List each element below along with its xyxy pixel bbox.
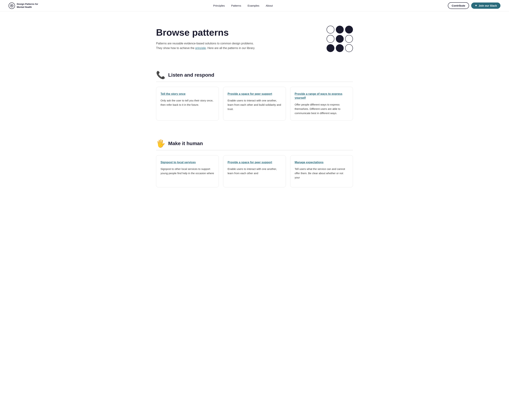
contribute-button[interactable]: Contribute: [448, 2, 469, 9]
dot-filled: [336, 44, 344, 52]
card-item: Tell the story onceOnly ask the user to …: [156, 87, 219, 120]
navbar-actions: Contribute ✦ Join our Slack: [448, 2, 501, 9]
dot-grid: [327, 26, 353, 52]
slack-label: Join our Slack: [479, 4, 497, 7]
card-item: Provide a space for peer supportEnable u…: [223, 155, 286, 187]
card-title[interactable]: Provide a range of ways to express yours…: [295, 92, 349, 100]
brand-logo-link[interactable]: Design Patterns forMental Health: [8, 2, 38, 9]
telephone-icon: 📞: [156, 71, 165, 79]
dot-filled: [327, 44, 334, 52]
card-item: Signpost to local servicesSignpost to ot…: [156, 155, 219, 187]
card-item: Provide a range of ways to express yours…: [290, 87, 353, 120]
svg-point-1: [11, 5, 12, 6]
dot-empty: [345, 44, 353, 52]
hero-principle-link[interactable]: principle: [195, 46, 206, 50]
section-listen-respond: 📞 Listen and respond Tell the story once…: [147, 63, 362, 131]
card-title[interactable]: Manage expectations: [295, 160, 349, 164]
card-title[interactable]: Signpost to local services: [160, 160, 214, 164]
section-title-listen: Listen and respond: [168, 72, 214, 78]
cards-grid-listen: Tell the story onceOnly ask the user to …: [156, 87, 353, 120]
nav-examples[interactable]: Examples: [248, 4, 259, 7]
card-description: Offer people different ways to express t…: [295, 103, 349, 115]
slack-button[interactable]: ✦ Join our Slack: [471, 2, 501, 9]
dot-empty: [327, 26, 334, 34]
hero-title: Browse patterns: [156, 27, 256, 38]
card-title[interactable]: Provide a space for peer support: [228, 160, 281, 164]
dot-empty: [327, 35, 334, 43]
card-item: Manage expectationsTell users what the s…: [290, 155, 353, 187]
section-header-human: 🖐 Make it human: [156, 140, 353, 150]
hero-description: Patterns are reusable evidence-based sol…: [156, 41, 256, 50]
card-title[interactable]: Tell the story once: [160, 92, 214, 96]
nav-principles[interactable]: Principles: [213, 4, 225, 7]
card-description: Enable users to interact with one anothe…: [228, 167, 281, 175]
hero-desc-part2: . Here are all the patterns in our libra…: [206, 46, 255, 50]
cards-grid-human: Signpost to local servicesSignpost to ot…: [156, 155, 353, 187]
section-make-human: 🖐 Make it human Signpost to local servic…: [147, 131, 362, 198]
card-description: Signpost to other local services to supp…: [160, 167, 214, 175]
card-description: Only ask the user to tell you their stor…: [160, 98, 214, 107]
nav-about[interactable]: About: [266, 4, 273, 7]
navbar-nav: Principles Patterns Examples About: [213, 4, 273, 7]
nav-patterns[interactable]: Patterns: [231, 4, 241, 7]
card-title[interactable]: Provide a space for peer support: [228, 92, 281, 96]
card-description: Enable users to interact with one anothe…: [228, 98, 281, 111]
section-title-human: Make it human: [168, 141, 203, 146]
hero-section: Browse patterns Patterns are reusable ev…: [147, 11, 362, 63]
dot-filled: [336, 26, 344, 34]
slack-icon: ✦: [475, 4, 477, 7]
brand-name: Design Patterns forMental Health: [17, 3, 38, 9]
brand-logo: [8, 2, 15, 9]
dot-empty: [345, 35, 353, 43]
dot-filled: [345, 26, 353, 34]
navbar: Design Patterns forMental Health Princip…: [0, 0, 509, 11]
hero-content: Browse patterns Patterns are reusable ev…: [156, 27, 256, 50]
card-item: Provide a space for peer supportEnable u…: [223, 87, 286, 120]
hand-icon: 🖐: [156, 140, 165, 147]
dot-filled: [336, 35, 344, 43]
card-description: Tell users what the service can and cann…: [295, 167, 349, 180]
section-header-listen: 📞 Listen and respond: [156, 71, 353, 82]
